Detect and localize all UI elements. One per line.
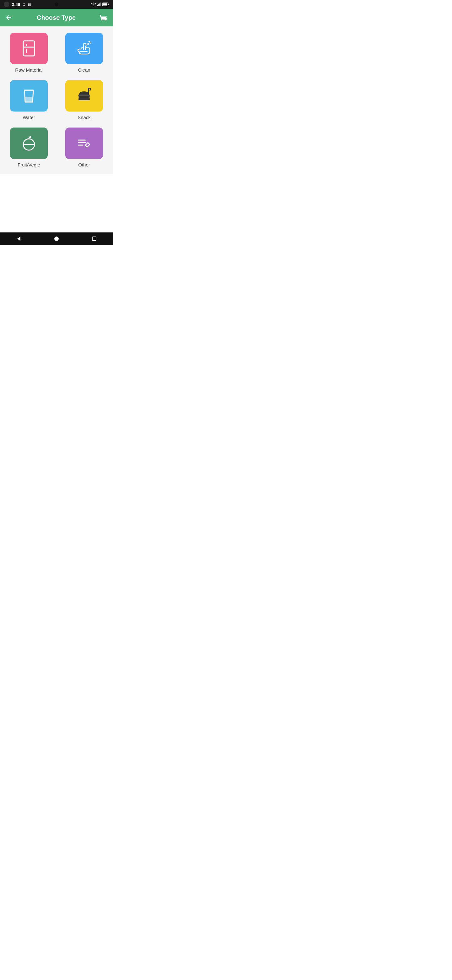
- other-icon: [74, 133, 94, 153]
- svg-point-14: [90, 42, 91, 43]
- back-arrow-icon: [5, 14, 13, 21]
- svg-rect-6: [108, 4, 109, 5]
- fruit-vegie-icon: [19, 133, 39, 153]
- snack-icon: [74, 86, 94, 106]
- app-bar: Choose Type: [0, 9, 113, 26]
- other-label: Other: [78, 162, 90, 167]
- battery-icon: [102, 3, 109, 6]
- nav-back-button[interactable]: [13, 232, 25, 245]
- back-button[interactable]: [5, 14, 13, 21]
- center-notch: [55, 3, 59, 6]
- type-item-raw-material[interactable]: Raw Material: [7, 33, 51, 73]
- signal-icon: [97, 3, 101, 6]
- svg-rect-1: [97, 5, 98, 6]
- clean-icon-box: [65, 33, 103, 64]
- clean-label: Clean: [78, 67, 90, 73]
- svg-rect-4: [100, 3, 102, 6]
- camera-notch: [4, 2, 10, 7]
- water-icon: [19, 86, 39, 106]
- raw-material-label: Raw Material: [15, 67, 43, 73]
- type-item-water[interactable]: Water: [7, 80, 51, 120]
- status-icons: [91, 3, 109, 6]
- svg-rect-7: [103, 3, 107, 6]
- snack-label: Snack: [78, 115, 91, 120]
- svg-point-15: [89, 41, 90, 42]
- cart-icon: [100, 14, 108, 22]
- svg-rect-20: [88, 88, 89, 95]
- raw-material-icon-box: [10, 33, 48, 64]
- svg-rect-18: [78, 96, 90, 98]
- svg-rect-2: [98, 5, 99, 6]
- other-icon-box: [65, 127, 103, 159]
- svg-point-29: [54, 237, 59, 241]
- type-item-snack[interactable]: Snack: [62, 80, 106, 120]
- nav-back-icon: [16, 236, 22, 242]
- svg-point-13: [87, 43, 89, 45]
- clean-icon: [74, 38, 94, 59]
- sim-icon: ▤: [28, 3, 31, 6]
- svg-rect-3: [99, 3, 100, 6]
- svg-line-26: [88, 143, 90, 145]
- cart-button[interactable]: [100, 14, 108, 22]
- nav-home-icon: [54, 236, 59, 242]
- type-item-clean[interactable]: Clean: [62, 33, 106, 73]
- svg-rect-30: [92, 237, 96, 240]
- page-title: Choose Type: [37, 14, 76, 21]
- nav-recents-icon: [92, 236, 97, 241]
- water-icon-box: [10, 80, 48, 111]
- type-item-fruit-vegie[interactable]: Fruit/Vegie: [7, 127, 51, 167]
- fruit-vegie-icon-box: [10, 127, 48, 159]
- bottom-navigation: [0, 232, 113, 245]
- status-bar: 3:46 ⊙ ▤: [0, 0, 113, 9]
- media-icon: ⊙: [22, 3, 25, 6]
- snack-icon-box: [65, 80, 103, 111]
- svg-marker-28: [17, 237, 21, 241]
- raw-material-icon: [19, 38, 39, 59]
- wifi-icon: [91, 3, 96, 6]
- water-label: Water: [22, 115, 35, 120]
- svg-point-0: [93, 6, 94, 6]
- fruit-vegie-label: Fruit/Vegie: [17, 162, 40, 167]
- nav-recents-button[interactable]: [88, 232, 100, 245]
- svg-rect-9: [23, 41, 35, 56]
- status-time: 3:46: [12, 2, 20, 7]
- nav-home-button[interactable]: [50, 232, 63, 245]
- type-grid: Raw Material Clean: [0, 26, 113, 174]
- type-item-other[interactable]: Other: [62, 127, 106, 167]
- svg-rect-19: [78, 98, 90, 100]
